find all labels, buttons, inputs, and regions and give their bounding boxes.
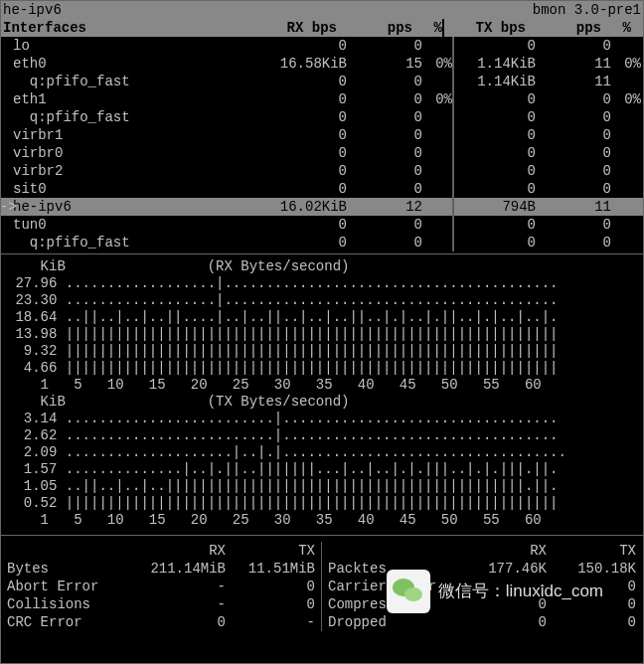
interface-row[interactable]: virbr10000: [1, 126, 643, 144]
interface-name: eth0: [1, 55, 271, 73]
interface-name: virbr0: [1, 144, 271, 162]
cell-txpct: [611, 126, 641, 144]
cell-rxpct: [422, 198, 452, 216]
stats-col-rx: RX: [457, 542, 547, 560]
interface-row[interactable]: q:pfifo_fast0000: [1, 108, 643, 126]
stats-tx: 0: [226, 595, 315, 613]
cell-txbps: 1.14KiB: [460, 55, 536, 73]
stats-label: Packtes: [328, 560, 457, 578]
stats-rx: -: [136, 595, 226, 613]
cell-txpps: 0: [536, 90, 611, 108]
interface-row[interactable]: q:pfifo_fast0000: [1, 234, 643, 251]
cell-rxpct: [422, 234, 452, 251]
cell-txbps: 0: [460, 37, 536, 55]
cell-rxpps: 0: [347, 216, 422, 234]
header-interfaces: Interfaces: [1, 19, 261, 37]
interface-row[interactable]: tun00000: [1, 216, 643, 234]
cell-txpps: 0: [536, 216, 611, 234]
cell-rxbps: 0: [271, 162, 347, 180]
stats-header: RXTX: [328, 542, 637, 560]
cell-txpct: [611, 108, 641, 126]
stats-row: CRC Error0-: [7, 613, 315, 631]
stats-label: Compressed: [328, 595, 457, 613]
cell-txpct: [611, 144, 641, 162]
cell-txpps: 0: [536, 180, 611, 198]
cell-rxbps: 0: [271, 216, 347, 234]
cell-txpct: [611, 37, 641, 55]
stats-row: Collisions-0: [7, 595, 315, 613]
header-txbps: TX bps: [450, 19, 526, 37]
stats-row: Carrier Error-0: [328, 578, 637, 595]
cell-rxpct: [422, 73, 452, 90]
cell-txbps: 0: [460, 90, 536, 108]
stats-right-pane: RXTXPacktes177.46K150.18KCarrier Error-0…: [322, 542, 643, 631]
title-bar: he-ipv6 bmon 3.0-pre1: [1, 1, 643, 19]
stats-tx: -: [226, 613, 315, 631]
cell-rxpps: 0: [347, 144, 422, 162]
interface-row[interactable]: eth016.58KiB150%1.14KiB110%: [1, 55, 643, 73]
cell-txbps: 0: [460, 234, 536, 251]
stats-tx: 11.51MiB: [226, 560, 315, 578]
stats-label: Collisions: [7, 595, 136, 613]
cell-txpct: [611, 234, 641, 251]
cell-rxpps: 0: [347, 234, 422, 251]
cell-txpps: 11: [536, 73, 611, 90]
cell-txpps: 11: [536, 198, 611, 216]
header-rxbps: RX bps: [261, 19, 337, 37]
stats-rx: 211.14MiB: [136, 560, 226, 578]
interface-name: q:pfifo_fast: [1, 108, 271, 126]
cell-txbps: 0: [460, 162, 536, 180]
cell-txbps: 794B: [460, 198, 536, 216]
stats-row: Packtes177.46K150.18K: [328, 560, 637, 578]
version-text: bmon 3.0-pre1: [533, 1, 641, 19]
interface-row[interactable]: virbr20000: [1, 162, 643, 180]
cell-rxpct: [422, 37, 452, 55]
cell-rxbps: 0: [271, 144, 347, 162]
stats-rx: -: [457, 578, 547, 595]
interface-name: q:pfifo_fast: [1, 234, 271, 251]
interface-row[interactable]: he-ipv616.02KiB12794B11: [1, 198, 643, 216]
cell-txbps: 1.14KiB: [460, 73, 536, 90]
cell-rxpps: 12: [347, 198, 422, 216]
cell-rxbps: 0: [271, 37, 347, 55]
interface-list[interactable]: lo0000eth016.58KiB150%1.14KiB110% q:pfif…: [1, 37, 643, 251]
header-txpct: %: [601, 19, 631, 37]
stats-label: Dropped: [328, 613, 457, 631]
stats-col-rx: RX: [136, 542, 226, 560]
cell-rxbps: 0: [271, 234, 347, 251]
interface-name: eth1: [1, 90, 271, 108]
interface-name: tun0: [1, 216, 271, 234]
stats-tx: 0: [547, 578, 636, 595]
cell-txbps: 0: [460, 216, 536, 234]
cell-txpps: 0: [536, 108, 611, 126]
stats-tx: 150.18K: [547, 560, 636, 578]
interface-row[interactable]: sit00000: [1, 180, 643, 198]
interface-name: he-ipv6: [1, 198, 271, 216]
interface-row[interactable]: virbr00000: [1, 144, 643, 162]
stats-rx: 0: [136, 613, 226, 631]
cell-txbps: 0: [460, 180, 536, 198]
stats-row: Bytes211.14MiB11.51MiB: [7, 560, 315, 578]
cell-rxbps: 0: [271, 108, 347, 126]
cell-txpps: 0: [536, 144, 611, 162]
cell-txpct: [611, 73, 641, 90]
cell-rxpps: 0: [347, 90, 422, 108]
stats-rx: 0: [457, 595, 547, 613]
stats-area: RXTXBytes211.14MiB11.51MiBAbort Error-0C…: [1, 536, 643, 631]
interface-row[interactable]: eth1000%000%: [1, 90, 643, 108]
cell-txpps: 11: [536, 55, 611, 73]
cell-txpct: 0%: [611, 90, 641, 108]
stats-label: Abort Error: [7, 578, 136, 595]
cell-txpct: 0%: [611, 55, 641, 73]
cell-rxpct: 0%: [422, 90, 452, 108]
stats-label: Carrier Error: [328, 578, 457, 595]
cell-txpps: 0: [536, 162, 611, 180]
stats-rx: 0: [457, 613, 547, 631]
interface-row[interactable]: q:pfifo_fast001.14KiB11: [1, 73, 643, 90]
cell-rxpct: [422, 162, 452, 180]
stats-tx: 0: [547, 595, 636, 613]
interface-row[interactable]: lo0000: [1, 37, 643, 55]
cell-rxbps: 16.02KiB: [271, 198, 347, 216]
cell-rxbps: 0: [271, 73, 347, 90]
cell-txpps: 0: [536, 126, 611, 144]
